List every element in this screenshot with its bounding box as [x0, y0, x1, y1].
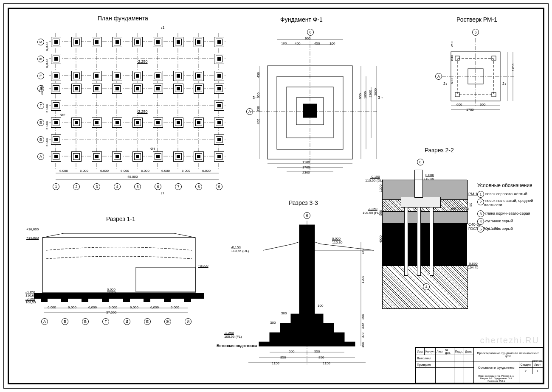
- plan-elev: -2,250: [137, 109, 148, 114]
- title-s11: Разрез 1-1: [106, 216, 135, 222]
- axis-row: Б: [37, 136, 44, 143]
- s33-axis: 6: [304, 212, 310, 219]
- plan-total-w: 48,000: [127, 175, 138, 179]
- svg-rect-51: [34, 293, 204, 299]
- axis-col: 5: [134, 183, 141, 190]
- svg-rect-52: [41, 298, 48, 302]
- plan-mark-f1: Ф1: [150, 147, 155, 151]
- svg-rect-44: [492, 92, 496, 97]
- axis-col: 4: [114, 183, 121, 190]
- rm1-axis-left: А: [435, 73, 442, 80]
- svg-rect-59: [184, 298, 191, 302]
- axis-col: 7: [175, 183, 182, 190]
- title-f1: Фундамент Ф-1: [280, 16, 323, 23]
- plan-grid: [40, 33, 231, 190]
- svg-rect-64: [299, 225, 315, 314]
- svg-rect-41: [455, 56, 459, 60]
- svg-rect-67: [270, 333, 344, 342]
- axis-row: Е: [37, 73, 44, 79]
- svg-rect-43: [455, 92, 459, 97]
- axis-col: 1: [53, 183, 59, 190]
- rm1-axis-top: 6: [472, 29, 479, 36]
- section-flag: 2↓: [443, 81, 448, 86]
- title-block: Изм.Кол.учЛист№ док.Подп.Дата Проектиров…: [415, 347, 544, 384]
- axis-row: В: [37, 119, 44, 126]
- title-legend: Условные обозначения: [477, 182, 532, 188]
- svg-rect-54: [82, 298, 88, 302]
- svg-rect-57: [144, 298, 150, 302]
- axis-row: И: [37, 39, 44, 45]
- axis-row: Г: [37, 102, 44, 109]
- svg-rect-55: [102, 298, 109, 302]
- svg-rect-65: [291, 314, 323, 323]
- plan-total-h: 37,000: [40, 85, 44, 95]
- svg-rect-49: [42, 238, 195, 293]
- legend-item: -суглинок серый: [484, 219, 513, 223]
- axis-col: 2: [73, 183, 80, 190]
- legend-item: -суглинок серый: [484, 227, 513, 231]
- title-rm1: Ростверк РМ-1: [456, 16, 497, 23]
- svg-rect-58: [164, 298, 171, 302]
- f1-axis-top: 6: [307, 29, 314, 36]
- legend-item: -песок пылеватый, средней плотности: [484, 199, 544, 207]
- section-flag: 3→: [378, 95, 384, 100]
- svg-rect-68: [259, 342, 355, 346]
- axis-row: А: [37, 153, 44, 160]
- title-plan: План фундамента: [98, 15, 148, 22]
- s33-note: Бетонная подготовка: [217, 344, 257, 348]
- plan-mark-f2: Ф2: [60, 113, 65, 117]
- plan-elev: -2,250: [137, 59, 148, 64]
- svg-rect-53: [61, 298, 68, 302]
- legend-item: -песок серовато-жёлтый: [484, 192, 527, 196]
- axis-col: 6: [155, 183, 161, 190]
- plan-col-dim: 6,000: [59, 169, 68, 173]
- legend-item: -глина коричневато-серая: [484, 211, 530, 216]
- section-flag: ↓1: [161, 191, 165, 195]
- svg-rect-42: [492, 56, 496, 60]
- watermark: chertezhi.RU: [480, 336, 539, 345]
- title-s33: Разрез 3-3: [289, 199, 318, 206]
- drawing-sheet: План фундамента /*placeholder to keep st…: [0, 0, 552, 392]
- s11-drawing: [25, 225, 208, 327]
- s22-rm: РМ-1: [468, 192, 477, 196]
- f1-drawing: [251, 36, 386, 176]
- section-flag: 2↓: [502, 81, 507, 86]
- axis-col: 8: [195, 183, 202, 190]
- section-flag: 3←: [253, 95, 259, 100]
- title-s22: Разрез 2-2: [425, 147, 454, 154]
- svg-rect-66: [280, 323, 334, 333]
- svg-rect-50: [136, 267, 195, 292]
- svg-rect-56: [123, 298, 130, 302]
- s22-axis: 6: [417, 159, 424, 165]
- axis-row: Ж: [37, 56, 44, 62]
- axis-col: 3: [93, 183, 100, 190]
- section-flag: ↓1: [161, 25, 165, 30]
- s33-drawing: [229, 221, 382, 373]
- axis-col: 9: [216, 183, 222, 190]
